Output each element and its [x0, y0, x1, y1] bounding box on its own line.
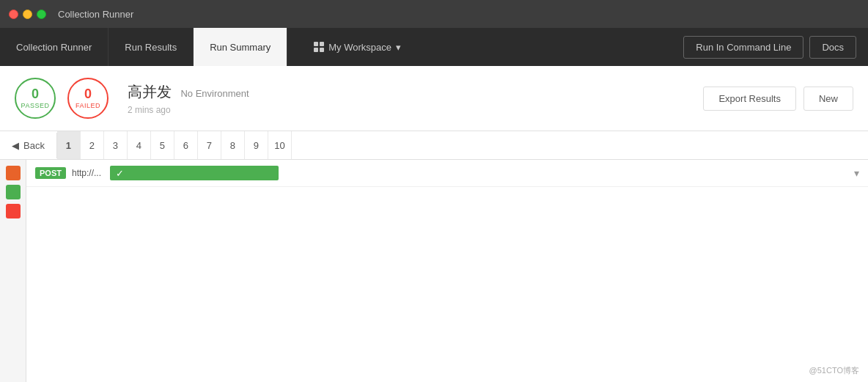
- workspace-icon: [314, 42, 324, 52]
- page-numbers: 1 2 3 4 5 6 7 8 9 10: [57, 131, 292, 159]
- watermark: @51CTO博客: [809, 365, 859, 376]
- new-button[interactable]: New: [803, 87, 853, 111]
- run-time: 2 mins ago: [128, 105, 249, 115]
- page-5[interactable]: 5: [151, 131, 174, 159]
- workspace-selector[interactable]: My Workspace ▾: [302, 42, 413, 53]
- app-title: Collection Runner: [58, 9, 133, 20]
- back-button[interactable]: ◀ Back: [0, 133, 57, 158]
- result-bar: ✓: [110, 166, 279, 180]
- title-bar: Collection Runner: [0, 0, 868, 28]
- page-9[interactable]: 9: [245, 131, 268, 159]
- failed-badge: 0 FAILED: [67, 78, 108, 119]
- page-3[interactable]: 3: [104, 131, 128, 159]
- page-8[interactable]: 8: [221, 131, 245, 159]
- table-row: POST http://... ✓ ▾: [26, 160, 868, 187]
- docs-button[interactable]: Docs: [809, 36, 856, 59]
- sidebar-icon-red[interactable]: [6, 204, 21, 218]
- run-command-line-button[interactable]: Run In Command Line: [683, 36, 803, 59]
- nav-bar: Collection Runner Run Results Run Summar…: [0, 28, 868, 66]
- chevron-left-icon: ◀: [12, 140, 19, 151]
- tab-run-results[interactable]: Run Results: [108, 28, 194, 66]
- failed-label: FAILED: [76, 102, 100, 109]
- close-button[interactable]: [9, 10, 18, 19]
- sidebar-icons: [0, 160, 26, 382]
- maximize-button[interactable]: [37, 10, 46, 19]
- stats-actions: Export Results New: [703, 87, 853, 111]
- page-6[interactable]: 6: [174, 131, 198, 159]
- traffic-lights: [9, 10, 46, 19]
- passed-label: PASSED: [21, 102, 50, 109]
- check-icon: ✓: [116, 168, 124, 179]
- passed-count: 0: [32, 87, 39, 100]
- nav-right: Run In Command Line Docs: [683, 36, 868, 59]
- tab-collection-runner[interactable]: Collection Runner: [0, 28, 108, 66]
- chevron-down-icon[interactable]: ▾: [854, 167, 859, 179]
- result-bar-container: ✓: [110, 166, 848, 180]
- tab-run-summary[interactable]: Run Summary: [194, 28, 287, 66]
- chevron-down-icon: ▾: [396, 42, 401, 53]
- workspace-label: My Workspace: [328, 42, 391, 53]
- passed-badge: 0 PASSED: [15, 78, 56, 119]
- method-badge: POST: [35, 167, 66, 179]
- page-7[interactable]: 7: [198, 131, 221, 159]
- page-4[interactable]: 4: [128, 131, 151, 159]
- minimize-button[interactable]: [23, 10, 32, 19]
- run-environment: No Environment: [180, 88, 249, 99]
- back-label: Back: [23, 140, 45, 151]
- nav-tabs: Collection Runner Run Results Run Summar…: [0, 28, 287, 66]
- pagination-row: ◀ Back 1 2 3 4 5 6 7 8 9 10: [0, 131, 868, 160]
- page-10[interactable]: 10: [268, 131, 292, 159]
- main-content: 0 PASSED 0 FAILED 高并发 No Environment 2 m…: [0, 66, 868, 382]
- url-text: http://...: [72, 168, 101, 178]
- page-2[interactable]: 2: [81, 131, 104, 159]
- run-name: 高并发: [128, 84, 172, 100]
- export-results-button[interactable]: Export Results: [703, 87, 796, 111]
- stats-row: 0 PASSED 0 FAILED 高并发 No Environment 2 m…: [0, 66, 868, 131]
- results-area: POST http://... ✓ ▾: [0, 160, 868, 382]
- sidebar-icon-green[interactable]: [6, 185, 21, 199]
- page-1[interactable]: 1: [57, 131, 81, 159]
- results-content: POST http://... ✓ ▾: [26, 160, 868, 382]
- sidebar-icon-orange[interactable]: [6, 166, 21, 180]
- failed-count: 0: [84, 87, 92, 100]
- run-info: 高并发 No Environment 2 mins ago: [128, 82, 249, 115]
